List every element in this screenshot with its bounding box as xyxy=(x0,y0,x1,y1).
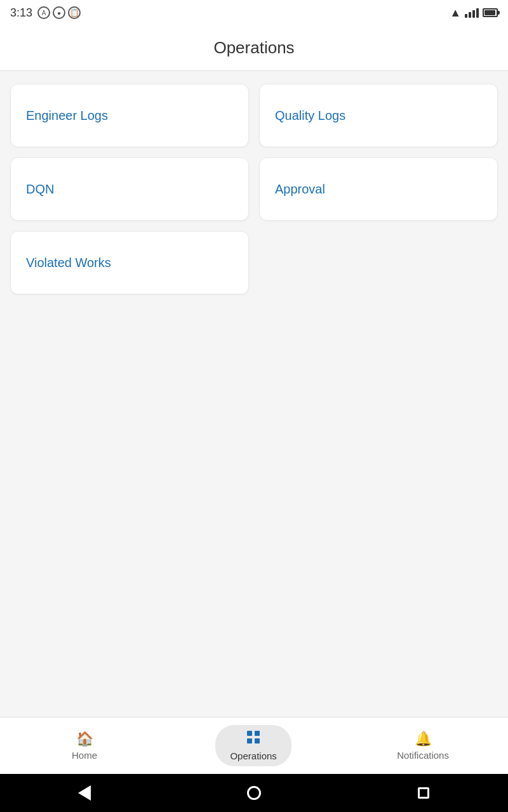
violated-works-card[interactable]: Violated Works xyxy=(10,231,249,294)
signal-bar-2 xyxy=(469,12,471,18)
violated-works-label: Violated Works xyxy=(26,256,111,270)
back-icon xyxy=(78,785,91,801)
signal-bar-4 xyxy=(476,8,479,18)
signal-bar-3 xyxy=(472,10,475,18)
status-icons-left: A ● 📋 xyxy=(37,6,81,19)
home-icon: 🏠 xyxy=(76,731,93,747)
android-back-button[interactable] xyxy=(72,780,97,806)
android-recent-button[interactable] xyxy=(411,780,436,806)
circle-icon: ● xyxy=(53,6,65,19)
page-header: Operations xyxy=(0,25,508,71)
android-nav-bar xyxy=(0,774,508,812)
page-title: Operations xyxy=(0,38,508,58)
nav-operations-label: Operations xyxy=(230,750,276,761)
recent-icon xyxy=(418,787,429,799)
approval-card[interactable]: Approval xyxy=(259,157,498,221)
menu-grid: Engineer Logs Quality Logs DQN Approval … xyxy=(10,84,498,294)
svg-rect-1 xyxy=(255,731,260,736)
bottom-nav: 🏠 Home Operations 🔔 Notifications xyxy=(0,717,508,774)
status-bar: 3:13 A ● 📋 ▲ xyxy=(0,0,508,25)
nav-item-home[interactable]: 🏠 Home xyxy=(46,726,123,766)
status-bar-right: ▲ xyxy=(450,6,498,20)
approval-label: Approval xyxy=(275,182,325,197)
notifications-icon: 🔔 xyxy=(415,731,432,747)
battery-icon xyxy=(483,8,498,17)
nav-item-notifications[interactable]: 🔔 Notifications xyxy=(384,726,462,766)
battery-fill xyxy=(485,10,495,15)
dqn-label: DQN xyxy=(26,182,54,197)
status-bar-left: 3:13 A ● 📋 xyxy=(10,6,81,20)
svg-rect-3 xyxy=(255,738,260,743)
nav-notifications-label: Notifications xyxy=(397,750,449,761)
engineer-logs-card[interactable]: Engineer Logs xyxy=(10,84,249,147)
home-circle-icon xyxy=(247,786,261,800)
quality-logs-card[interactable]: Quality Logs xyxy=(259,84,498,147)
avatar-icon: A xyxy=(37,6,50,19)
android-home-button[interactable] xyxy=(241,780,267,806)
wifi-icon: ▲ xyxy=(450,6,461,20)
status-time: 3:13 xyxy=(10,6,32,20)
clipboard-icon: 📋 xyxy=(68,6,81,19)
quality-logs-label: Quality Logs xyxy=(275,108,345,123)
main-content: Engineer Logs Quality Logs DQN Approval … xyxy=(0,71,508,717)
operations-icon xyxy=(246,730,260,748)
engineer-logs-label: Engineer Logs xyxy=(26,108,108,123)
svg-rect-0 xyxy=(247,731,252,736)
nav-home-label: Home xyxy=(72,750,97,761)
svg-rect-2 xyxy=(247,738,252,743)
dqn-card[interactable]: DQN xyxy=(10,157,249,221)
signal-bars xyxy=(465,8,479,18)
nav-item-operations[interactable]: Operations xyxy=(215,725,291,766)
signal-bar-1 xyxy=(465,14,467,18)
